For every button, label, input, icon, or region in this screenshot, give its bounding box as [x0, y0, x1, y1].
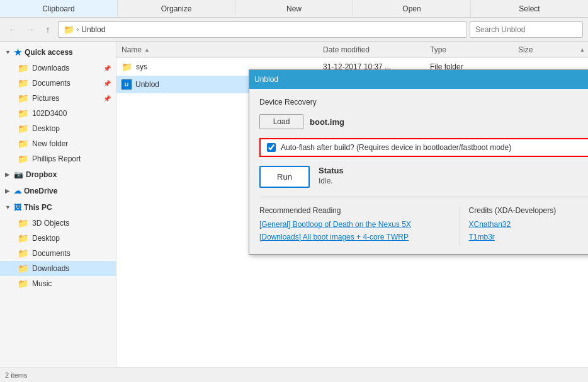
sidebar-3d-objects-label: 3D Objects — [32, 219, 111, 228]
documents-folder-icon: 📁 — [18, 78, 28, 88]
sidebar-item-music[interactable]: 📁 Music — [0, 276, 116, 291]
new-folder-icon: 📁 — [18, 139, 28, 149]
menu-open[interactable]: Open — [353, 0, 471, 17]
sidebar-section-dropbox[interactable]: ▶ 📷 Dropbox — [0, 166, 116, 183]
sidebar-102d3400-label: 102D3400 — [32, 109, 111, 118]
sidebar-item-documents-pc[interactable]: 📁 Documents — [0, 246, 116, 261]
sidebar-phillips-label: Phillips Report — [32, 154, 111, 163]
thispc-expand-icon: ▼ — [5, 204, 11, 211]
quick-access-star-icon: ★ — [14, 47, 22, 57]
downloads-folder-icon: 📁 — [18, 63, 28, 73]
pictures-pin-icon[interactable]: 📌 — [103, 95, 111, 102]
app-title: Unblod — [254, 75, 588, 84]
downloads-pc-folder-icon: 📁 — [18, 263, 28, 274]
col-header-date[interactable]: Date modified — [318, 42, 425, 57]
address-text: Unblod — [81, 25, 105, 34]
autoflash-checkbox[interactable] — [267, 143, 276, 152]
col-header-type[interactable]: Type — [425, 42, 513, 57]
menu-new[interactable]: New — [235, 0, 353, 17]
name-sort-icon: ▲ — [144, 47, 150, 53]
autoflash-row: Auto-flash after build? (Requires device… — [259, 138, 588, 157]
credits-section: Credits (XDA-Developers) XCnathan32 T1mb… — [460, 206, 589, 245]
app-content: Device Recovery Load boot.img Auto-flash… — [249, 89, 588, 254]
main-area: ▼ ★ Quick access 📁 Downloads 📌 📁 Documen… — [0, 42, 588, 367]
sidebar-item-desktop[interactable]: 📁 Desktop — [0, 121, 116, 136]
credits-section-header: Credits (XDA-Developers) — [469, 206, 589, 215]
sidebar-documents-label: Documents — [32, 79, 99, 88]
boot-file-label: boot.img — [310, 117, 344, 127]
sidebar-new-folder-label: New folder — [32, 139, 111, 148]
scroll-top-button[interactable]: ▲ — [577, 42, 588, 58]
sidebar-pictures-label: Pictures — [32, 94, 99, 103]
sidebar-section-onedrive[interactable]: ▶ ☁ OneDrive — [0, 183, 116, 199]
run-row: Run Status Idle. — [259, 166, 588, 188]
unblod-app-icon: U — [122, 79, 132, 90]
sys-folder-icon: 📁 — [122, 62, 132, 72]
sidebar-item-downloads-pc[interactable]: 📁 Downloads — [0, 261, 116, 276]
dropbox-icon: 📷 — [14, 170, 23, 179]
dropbox-expand-icon: ▶ — [5, 171, 11, 178]
sidebar-item-new-folder[interactable]: 📁 New folder — [0, 136, 116, 151]
quick-access-expand-icon: ▼ — [5, 49, 11, 55]
app-window: Unblod — □ ✕ Device Recovery Load boot.i… — [249, 69, 588, 255]
status-value: Idle. — [319, 177, 344, 185]
sidebar: ▼ ★ Quick access 📁 Downloads 📌 📁 Documen… — [0, 42, 116, 367]
thispc-icon: 🖼 — [14, 203, 21, 212]
address-arrow: › — [77, 26, 79, 33]
sidebar-item-3d-objects[interactable]: 📁 3D Objects — [0, 216, 116, 231]
back-button[interactable]: ← — [5, 22, 20, 37]
load-row: Load boot.img — [259, 114, 588, 129]
search-input[interactable] — [470, 21, 583, 38]
onedrive-icon: ☁ — [14, 187, 21, 195]
reading-link-0[interactable]: [General] Bootloop of Death on the Nexus… — [259, 220, 451, 229]
col-header-size[interactable]: Size — [513, 42, 563, 57]
pictures-folder-icon: 📁 — [18, 93, 28, 103]
sidebar-downloads-label: Downloads — [32, 64, 99, 72]
reading-link-1[interactable]: [Downloads] All boot images + 4-core TWR… — [259, 233, 451, 241]
up-button[interactable]: ↑ — [40, 22, 55, 37]
sidebar-section-thispc[interactable]: ▼ 🖼 This PC — [0, 199, 116, 216]
address-folder-icon: 📁 — [64, 25, 74, 35]
102d3400-folder-icon: 📁 — [18, 108, 28, 119]
credits-link-1[interactable]: T1mb3r — [469, 233, 589, 241]
sidebar-section-quick-access[interactable]: ▼ ★ Quick access — [0, 44, 116, 61]
app-titlebar: Unblod — □ ✕ — [249, 70, 588, 89]
sidebar-dropbox-label: Dropbox — [26, 170, 111, 179]
forward-button[interactable]: → — [23, 22, 38, 37]
sidebar-item-downloads[interactable]: 📁 Downloads 📌 — [0, 61, 116, 76]
sidebar-documents-pc-label: Documents — [32, 249, 111, 258]
menu-organize[interactable]: Organize — [118, 0, 235, 17]
bottom-section: Recommended Reading [General] Bootloop o… — [259, 197, 588, 245]
status-bar: 2 items — [0, 367, 588, 382]
sidebar-item-documents[interactable]: 📁 Documents 📌 — [0, 76, 116, 91]
status-section: Status Idle. — [319, 166, 344, 185]
sidebar-music-label: Music — [32, 279, 111, 288]
phillips-folder-icon: 📁 — [18, 154, 28, 164]
item-count: 2 items — [5, 371, 27, 379]
col-header-name[interactable]: Name ▲ — [116, 42, 318, 57]
music-folder-icon: 📁 — [18, 279, 28, 289]
run-button[interactable]: Run — [259, 166, 310, 188]
3d-folder-icon: 📁 — [18, 218, 28, 228]
menu-clipboard[interactable]: Clipboard — [0, 0, 118, 17]
sidebar-item-desktop-pc[interactable]: 📁 Desktop — [0, 231, 116, 246]
sidebar-thispc-label: This PC — [24, 203, 111, 212]
content-panel: Name ▲ Date modified Type Size ▲ 📁 sys — [116, 42, 588, 367]
sidebar-item-102d3400[interactable]: 📁 102D3400 — [0, 106, 116, 121]
sidebar-downloads-pc-label: Downloads — [32, 264, 111, 273]
sidebar-item-pictures[interactable]: 📁 Pictures 📌 — [0, 91, 116, 106]
desktop-folder-icon: 📁 — [18, 124, 28, 134]
load-button[interactable]: Load — [259, 114, 303, 129]
credits-link-0[interactable]: XCnathan32 — [469, 220, 589, 229]
sidebar-desktop-label: Desktop — [32, 124, 111, 133]
address-bar[interactable]: 📁 › Unblod — [58, 21, 467, 38]
autoflash-label: Auto-flash after build? (Requires device… — [281, 143, 511, 152]
sidebar-item-phillips-report[interactable]: 📁 Phillips Report — [0, 151, 116, 166]
menu-bar: Clipboard Organize New Open Select — [0, 0, 588, 18]
status-title: Status — [319, 166, 344, 175]
onedrive-expand-icon: ▶ — [5, 188, 11, 194]
menu-select[interactable]: Select — [471, 0, 588, 17]
column-headers: Name ▲ Date modified Type Size ▲ — [116, 42, 588, 58]
downloads-pin-icon[interactable]: 📌 — [103, 65, 111, 72]
documents-pin-icon[interactable]: 📌 — [103, 80, 111, 87]
